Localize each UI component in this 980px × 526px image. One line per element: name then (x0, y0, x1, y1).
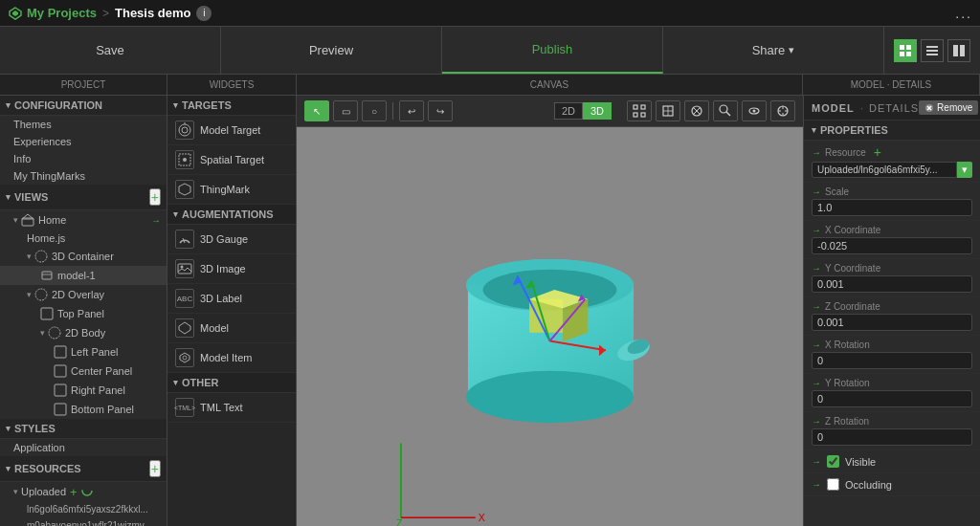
svg-point-28 (183, 158, 187, 162)
spatial-target-item[interactable]: Spatial Target (167, 145, 296, 175)
svg-rect-38 (634, 113, 637, 117)
camera-eye-button[interactable] (742, 100, 767, 121)
project-section-label: PROJECT (0, 75, 167, 95)
svg-rect-54 (308, 425, 791, 526)
top-panel-icon (40, 307, 54, 320)
home-item[interactable]: ▾ Home → (0, 210, 167, 230)
view-toggle: 2D 3D (554, 102, 612, 120)
3d-image-item[interactable]: 3D Image (167, 254, 296, 284)
application-item[interactable]: Application (0, 439, 167, 456)
2d-body-item[interactable]: ▾ 2D Body (0, 323, 167, 342)
svg-rect-8 (926, 54, 938, 55)
resources-header[interactable]: ▾ RESOURCES + (0, 456, 167, 482)
file2-item[interactable]: m0abayoenvo1wflr21wjzmy... (0, 517, 167, 526)
widgets-panel: ▾ TARGETS Model Target Spatial Target Th… (167, 96, 297, 526)
properties-header[interactable]: ▾ PROPERTIES (804, 121, 980, 141)
home-js-item[interactable]: Home.js (0, 230, 167, 247)
share-button[interactable]: Share ▾ (663, 27, 884, 74)
occluding-checkbox[interactable] (827, 478, 839, 491)
canvas-content[interactable]: Z X (297, 127, 803, 526)
center-panel-item[interactable]: Center Panel (0, 362, 167, 381)
add-view-button[interactable]: + (149, 188, 161, 206)
camera-target-button[interactable] (770, 100, 795, 121)
svg-rect-6 (926, 46, 938, 48)
resource-input[interactable] (812, 162, 957, 178)
uploaded-group[interactable]: ▾ Uploaded + (0, 482, 167, 501)
top-panel-item[interactable]: Top Panel (0, 304, 167, 323)
preview-button[interactable]: Preview (221, 27, 442, 74)
resource-select-btn[interactable]: ▾ (957, 162, 972, 178)
augmentations-header[interactable]: ▾ AUGMENTATIONS (167, 205, 296, 225)
2d-body-icon (48, 326, 61, 340)
svg-point-25 (182, 127, 188, 133)
configuration-header[interactable]: ▾ CONFIGURATION (0, 96, 167, 116)
views-header[interactable]: ▾ VIEWS + (0, 185, 167, 210)
scale-input[interactable] (812, 199, 972, 216)
visible-checkbox[interactable] (827, 455, 839, 468)
3d-container-item[interactable]: ▾ 3D Container (0, 247, 167, 266)
experiences-item[interactable]: Experiences (0, 133, 167, 150)
x-rot-row: → X Rotation (804, 336, 980, 374)
styles-header[interactable]: ▾ STYLES (0, 419, 167, 439)
svg-rect-36 (634, 105, 637, 109)
circle-tool-button[interactable]: ○ (362, 100, 387, 121)
add-resource-button[interactable]: + (149, 460, 161, 477)
right-panel-item[interactable]: Right Panel (0, 381, 167, 400)
3d-image-icon (175, 259, 194, 278)
svg-rect-37 (641, 105, 645, 109)
publish-button[interactable]: Publish (442, 27, 663, 74)
camera-reset-button[interactable] (684, 100, 709, 121)
save-button[interactable]: Save (0, 27, 221, 74)
view-split-button[interactable] (947, 39, 970, 62)
more-options-button[interactable]: ... (955, 6, 972, 21)
rect-tool-button[interactable]: ▭ (333, 100, 358, 121)
undo-button[interactable]: ↩ (399, 100, 424, 121)
targets-header[interactable]: ▾ TARGETS (167, 96, 296, 116)
svg-rect-3 (906, 45, 911, 50)
view-list-button[interactable] (921, 39, 944, 62)
bottom-panel-item[interactable]: Bottom Panel (0, 400, 167, 419)
view-2d-button[interactable]: 2D (554, 102, 583, 120)
3d-label-item[interactable]: ABC 3D Label (167, 284, 296, 314)
remove-button[interactable]: Remove (919, 100, 978, 115)
model-item-widget[interactable]: Model Item (167, 343, 296, 373)
left-panel-item[interactable]: Left Panel (0, 342, 167, 362)
x-coordinate-input[interactable] (812, 237, 972, 254)
thingmark-item[interactable]: ThingMark (167, 175, 296, 205)
camera-front-button[interactable] (656, 100, 680, 121)
model-1-item[interactable]: model-1 (0, 266, 167, 285)
add-uploaded-button[interactable]: + (70, 486, 78, 498)
x-rotation-input[interactable] (812, 352, 972, 369)
3d-label-icon: ABC (175, 289, 194, 308)
view-3d-button[interactable]: 3D (583, 102, 612, 120)
svg-point-44 (720, 105, 727, 113)
model-target-item[interactable]: Model Target (167, 116, 296, 145)
y-rotation-input[interactable] (812, 390, 972, 407)
model-item[interactable]: Model (167, 314, 296, 343)
info-item[interactable]: Info (0, 150, 167, 167)
redo-button[interactable]: ↪ (428, 100, 453, 121)
model-icon (40, 269, 54, 282)
svg-rect-2 (900, 45, 904, 50)
y-coordinate-input[interactable] (812, 275, 972, 293)
themes-item[interactable]: Themes (0, 116, 167, 133)
svg-rect-39 (641, 113, 645, 117)
tml-text-item[interactable]: <TML> TML Text (167, 393, 296, 423)
center-panel-icon (54, 364, 67, 378)
thingmarks-item[interactable]: My ThingMarks (0, 167, 167, 185)
camera-fit-button[interactable] (627, 100, 652, 121)
other-header[interactable]: ▾ OTHER (167, 373, 296, 393)
add-resource-btn[interactable]: + (874, 144, 881, 160)
view-grid-button[interactable] (894, 39, 917, 62)
file1-item[interactable]: ln6gol6a6mfxi5yaxsz2fkkxl... (0, 501, 167, 517)
svg-point-18 (49, 327, 60, 339)
camera-zoom-button[interactable] (713, 100, 738, 121)
2d-overlay-item[interactable]: ▾ 2D Overlay (0, 285, 167, 304)
3d-gauge-item[interactable]: 3D Gauge (167, 225, 296, 254)
z-rot-row: → Z Rotation (804, 412, 980, 450)
z-rotation-input[interactable] (812, 428, 972, 446)
occluding-row: → Occluding (804, 473, 980, 496)
info-button[interactable]: i (196, 6, 212, 21)
z-coordinate-input[interactable] (812, 314, 972, 331)
pointer-tool-button[interactable]: ↖ (304, 100, 329, 121)
